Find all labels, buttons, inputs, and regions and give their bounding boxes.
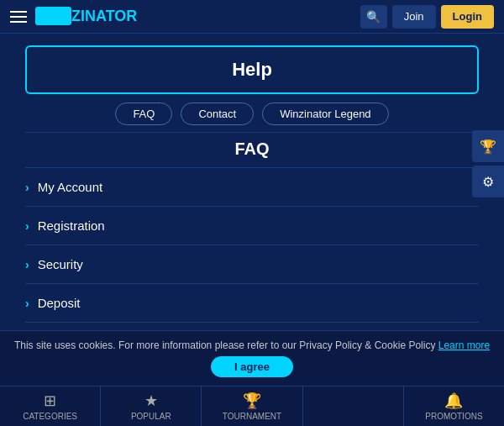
faq-item-label: My Account — [38, 180, 103, 194]
agree-button[interactable]: I agree — [211, 356, 293, 377]
popular-icon: ★ — [144, 392, 158, 410]
chevron-icon: › — [25, 219, 29, 233]
tournament-icon: 🏆 — [243, 392, 261, 410]
faq-item-my-account[interactable]: › My Account — [25, 167, 479, 207]
popular-label: POPULAR — [131, 412, 171, 421]
faq-item-registration[interactable]: › Registration — [25, 207, 479, 245]
tab-faq[interactable]: FAQ — [115, 103, 172, 125]
divider — [25, 132, 479, 133]
join-button[interactable]: Join — [392, 5, 436, 29]
search-button[interactable]: 🔍 — [360, 5, 387, 29]
cookie-message: This site uses cookies. For more informa… — [14, 339, 436, 351]
faq-title: FAQ — [0, 139, 504, 159]
promotions-icon: 🔔 — [444, 392, 463, 410]
faq-item-security[interactable]: › Security — [25, 245, 479, 284]
categories-icon: ⊞ — [44, 392, 56, 410]
faq-list: › My Account › Registration › Security ›… — [0, 167, 504, 323]
bottom-nav: ⊞ CATEGORIES ★ POPULAR 🏆 TOURNAMENT 🔔 PR… — [0, 386, 504, 426]
faq-item-deposit[interactable]: › Deposit — [25, 284, 479, 323]
faq-item-label: Security — [38, 257, 83, 271]
header: WINZINATOR 🔍 Join Login — [0, 0, 504, 34]
nav-item-promotions[interactable]: 🔔 PROMOTIONS — [404, 387, 504, 426]
cookie-banner: This site uses cookies. For more informa… — [0, 330, 504, 386]
hamburger-menu[interactable] — [10, 11, 27, 23]
header-right: 🔍 Join Login — [360, 5, 494, 29]
nav-item-popular[interactable]: ★ POPULAR — [101, 387, 202, 426]
logo-suffix: ZINATOR — [71, 8, 137, 24]
side-buttons: 🏆 ⚙ — [472, 130, 504, 197]
faq-item-label: Registration — [38, 218, 105, 233]
tab-legend[interactable]: Winzinator Legend — [262, 103, 388, 125]
trophy-side-button[interactable]: 🏆 — [472, 130, 504, 162]
nav-item-categories[interactable]: ⊞ CATEGORIES — [0, 387, 101, 426]
help-banner: Help — [25, 45, 479, 94]
logo-prefix: WIN — [35, 7, 71, 25]
tools-side-button[interactable]: ⚙ — [472, 166, 504, 197]
login-button[interactable]: Login — [441, 5, 494, 29]
tabs-container: FAQ Contact Winzinator Legend — [0, 103, 504, 125]
nav-item-empty — [303, 387, 404, 426]
header-left: WINZINATOR — [10, 8, 137, 25]
chevron-icon: › — [25, 258, 29, 271]
learn-more-link[interactable]: Learn more — [438, 339, 490, 351]
tab-contact[interactable]: Contact — [181, 103, 254, 125]
chevron-icon: › — [25, 297, 29, 310]
categories-label: CATEGORIES — [23, 412, 77, 421]
nav-item-tournament[interactable]: 🏆 TOURNAMENT — [202, 387, 302, 426]
chevron-icon: › — [25, 181, 29, 194]
cookie-text: This site uses cookies. For more informa… — [14, 339, 490, 351]
faq-item-label: Deposit — [38, 296, 81, 310]
logo: WINZINATOR — [35, 8, 137, 25]
tournament-label: TOURNAMENT — [223, 412, 281, 421]
promotions-label: PROMOTIONS — [425, 412, 482, 421]
